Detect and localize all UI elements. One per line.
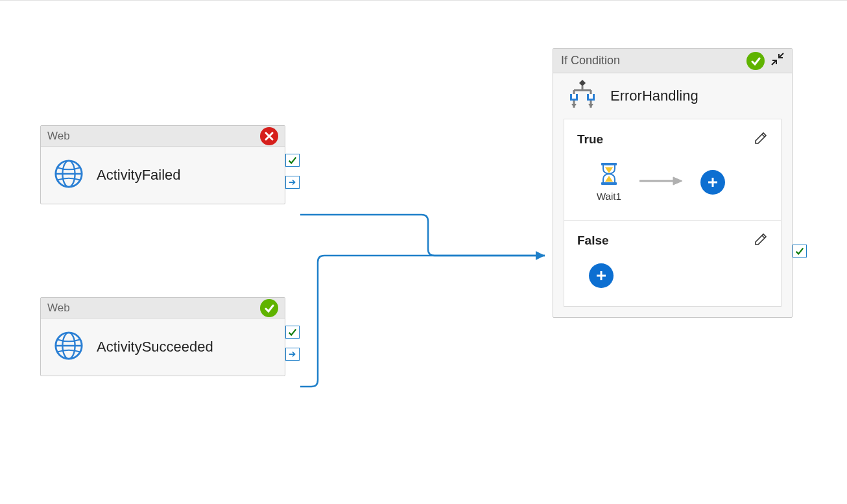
activity-web-failed[interactable]: Web ActivityFailed	[40, 125, 285, 204]
condition-header: If Condition	[553, 49, 792, 73]
success-icon	[746, 52, 765, 70]
activity-type-label: Web	[47, 130, 70, 143]
add-activity-button[interactable]	[700, 170, 725, 195]
svg-rect-9	[572, 94, 576, 99]
activity-web-succeeded[interactable]: Web ActivitySucceeded	[40, 297, 285, 376]
branch-content: Wait1	[577, 162, 768, 202]
activity-header: Web	[41, 298, 285, 318]
port-success[interactable]	[793, 245, 807, 258]
activity-type-label: Web	[47, 302, 70, 315]
branch-label-false: False	[577, 234, 609, 248]
arrow-icon	[639, 176, 682, 189]
activity-name: ActivityFailed	[97, 167, 181, 184]
error-icon	[260, 127, 278, 145]
activity-body: ActivitySucceeded	[41, 318, 285, 376]
svg-marker-12	[571, 104, 577, 108]
branch-true[interactable]: True	[564, 119, 781, 220]
branch-container: True	[564, 119, 781, 307]
activity-wait[interactable]: Wait1	[597, 162, 621, 202]
condition-type-label: If Condition	[561, 54, 620, 67]
svg-rect-14	[601, 163, 617, 165]
activity-if-condition[interactable]: If Condition	[553, 48, 793, 318]
wait-name: Wait1	[597, 191, 621, 202]
svg-marker-17	[673, 177, 682, 185]
port-success[interactable]	[285, 154, 300, 167]
branch-header: False	[577, 232, 768, 249]
branch-header: True	[577, 131, 768, 148]
svg-marker-7	[579, 80, 586, 86]
pipeline-canvas[interactable]: Web ActivityFailed	[0, 0, 847, 504]
activity-header: Web	[41, 126, 285, 147]
pencil-icon[interactable]	[754, 232, 768, 249]
hourglass-icon	[599, 162, 619, 188]
svg-rect-15	[601, 182, 617, 185]
activity-name: ActivitySucceeded	[97, 339, 213, 355]
success-icon	[260, 299, 278, 317]
condition-name: ErrorHandling	[610, 88, 698, 104]
port-success[interactable]	[285, 326, 300, 339]
globe-icon	[54, 331, 84, 363]
add-activity-button[interactable]	[589, 263, 614, 288]
port-completion[interactable]	[285, 348, 300, 361]
activity-body: ActivityFailed	[41, 147, 285, 204]
collapse-icon[interactable]	[771, 53, 784, 69]
svg-rect-11	[589, 94, 593, 99]
branch-content	[577, 263, 768, 288]
condition-icon	[566, 78, 599, 114]
condition-title-row: ErrorHandling	[553, 73, 792, 119]
svg-marker-0	[536, 251, 545, 260]
port-completion[interactable]	[285, 176, 300, 189]
pencil-icon[interactable]	[754, 131, 768, 148]
globe-icon	[54, 159, 84, 191]
branch-label-true: True	[577, 132, 603, 147]
branch-false[interactable]: False	[564, 220, 781, 306]
svg-marker-13	[588, 104, 593, 108]
